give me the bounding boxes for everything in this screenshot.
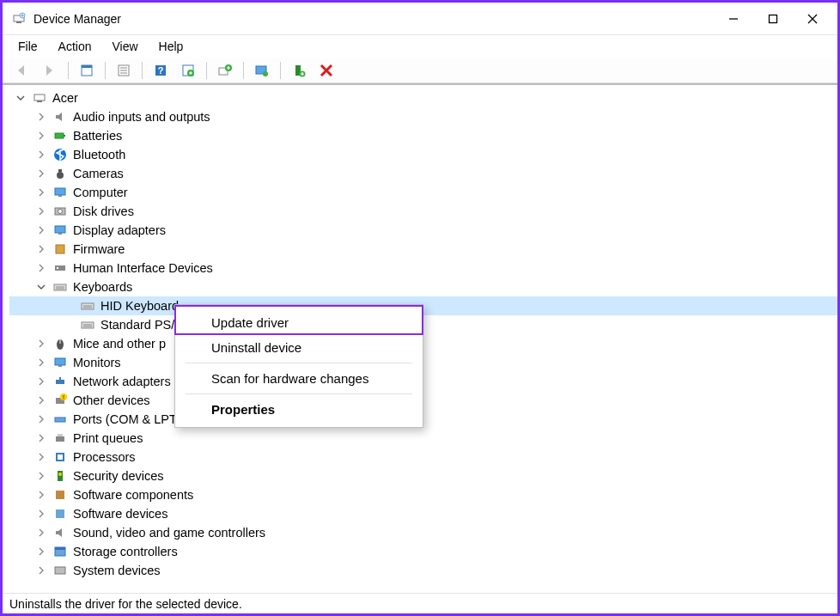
- expand-icon[interactable]: [35, 564, 47, 576]
- tree-node[interactable]: Batteries: [9, 126, 837, 145]
- tree-node[interactable]: Security devices: [9, 467, 837, 485]
- statusbar: Uninstalls the driver for the selected d…: [3, 593, 837, 613]
- tree-node[interactable]: Disk drives: [9, 202, 837, 221]
- expand-icon[interactable]: [35, 489, 47, 501]
- expand-icon[interactable]: [35, 243, 47, 255]
- uninstall-device-button[interactable]: [315, 60, 338, 81]
- tree-node-label: Security devices: [73, 469, 164, 483]
- svg-point-18: [263, 71, 268, 76]
- expand-icon[interactable]: [35, 130, 47, 142]
- menubar: File Action View Help: [3, 35, 837, 58]
- menu-view[interactable]: View: [103, 38, 146, 55]
- expand-icon[interactable]: [35, 168, 47, 180]
- menu-file[interactable]: File: [9, 38, 46, 55]
- close-button[interactable]: [793, 5, 832, 33]
- tree-node-label: Bluetooth: [73, 148, 125, 162]
- tree-node-label: Batteries: [73, 129, 122, 143]
- help-button[interactable]: ?: [149, 60, 172, 81]
- tree-node-label: Storage controllers: [73, 545, 178, 558]
- expand-icon[interactable]: [35, 413, 47, 425]
- expand-icon[interactable]: [35, 546, 47, 558]
- svg-rect-66: [55, 567, 65, 574]
- svg-rect-48: [55, 358, 65, 365]
- context-menu-item[interactable]: Uninstall device: [179, 335, 419, 360]
- show-hide-tree-button[interactable]: [76, 60, 98, 81]
- svg-rect-49: [58, 365, 62, 367]
- tree-node[interactable]: Firmware: [9, 240, 837, 259]
- add-legacy-hardware-button[interactable]: [288, 60, 310, 81]
- scan-hardware-button[interactable]: [251, 60, 273, 81]
- collapse-icon[interactable]: [15, 92, 27, 104]
- tree-node[interactable]: Display adapters: [9, 221, 837, 240]
- expand-icon[interactable]: [35, 470, 47, 482]
- expand-icon[interactable]: [35, 394, 47, 406]
- network-icon: [52, 374, 68, 389]
- tree-node[interactable]: Print queues: [9, 429, 837, 448]
- expand-icon[interactable]: [35, 357, 47, 369]
- tree-node[interactable]: Computer: [9, 183, 837, 202]
- expand-icon[interactable]: [35, 527, 47, 539]
- tree-node[interactable]: Sound, video and game controllers: [9, 523, 837, 542]
- tree-node-label: Processors: [73, 450, 136, 464]
- minimize-button[interactable]: [714, 5, 753, 33]
- collapse-icon[interactable]: [35, 281, 47, 293]
- menu-help[interactable]: Help: [150, 38, 192, 55]
- svg-rect-21: [34, 95, 45, 101]
- maximize-button[interactable]: [753, 5, 793, 33]
- properties-button[interactable]: [113, 60, 135, 81]
- tree-node[interactable]: Ports (COM & LPT): [9, 410, 837, 429]
- tree-node[interactable]: Acer: [9, 88, 837, 107]
- svg-rect-50: [56, 380, 64, 384]
- tree-node[interactable]: Monitors: [9, 353, 837, 372]
- menu-action[interactable]: Action: [50, 38, 100, 55]
- port-icon: [52, 412, 68, 427]
- camera-icon: [52, 166, 68, 181]
- expand-icon[interactable]: [35, 111, 47, 123]
- tree-node[interactable]: !Other devices: [9, 391, 837, 410]
- toolbar: ?: [3, 58, 837, 83]
- action-button[interactable]: [177, 60, 199, 81]
- back-button[interactable]: [11, 60, 33, 81]
- tree-node[interactable]: Audio inputs and outputs: [9, 107, 837, 126]
- svg-rect-28: [55, 188, 65, 195]
- svg-rect-59: [58, 454, 63, 460]
- update-driver-button[interactable]: [214, 60, 236, 81]
- tree-node[interactable]: Mice and other p: [9, 334, 837, 353]
- tree-node-label: Software components: [73, 488, 193, 502]
- storage-icon: [52, 544, 68, 559]
- expand-icon[interactable]: [35, 432, 47, 444]
- tree-node-label: Human Interface Devices: [73, 261, 213, 275]
- mouse-icon: [52, 336, 68, 351]
- tree-node[interactable]: Human Interface Devices: [9, 259, 837, 278]
- tree-node[interactable]: Processors: [9, 448, 837, 467]
- expand-icon[interactable]: [35, 224, 47, 236]
- expand-icon[interactable]: [35, 262, 47, 274]
- tree-node[interactable]: Network adapters: [9, 372, 837, 391]
- expand-icon[interactable]: [35, 205, 47, 217]
- tree-node[interactable]: Standard PS/2: [9, 315, 837, 334]
- expand-icon[interactable]: [35, 508, 47, 520]
- tree-node[interactable]: Storage controllers: [9, 542, 837, 561]
- tree-node[interactable]: Keyboards: [9, 278, 837, 296]
- expand-icon[interactable]: [35, 186, 47, 198]
- expand-icon[interactable]: [35, 149, 47, 161]
- tree-node[interactable]: Software components: [9, 485, 837, 504]
- tree-node-label: Other devices: [73, 393, 149, 407]
- tree-node[interactable]: System devices: [9, 561, 837, 580]
- tree-node[interactable]: Software devices: [9, 504, 837, 523]
- tree-node[interactable]: Cameras: [9, 164, 837, 183]
- tree-node[interactable]: HID Keyboard: [9, 296, 837, 315]
- tree-node-label: Monitors: [73, 356, 121, 369]
- context-menu-item[interactable]: Properties: [179, 397, 419, 422]
- content-area: AcerAudio inputs and outputsBatteriesBlu…: [3, 83, 837, 593]
- forward-button[interactable]: [39, 60, 61, 81]
- expand-icon[interactable]: [35, 375, 47, 387]
- keyboard-icon: [80, 317, 95, 332]
- expand-icon[interactable]: [35, 338, 47, 350]
- expand-icon[interactable]: [35, 451, 47, 463]
- tree-node[interactable]: Bluetooth: [9, 145, 837, 164]
- window-title: Device Manager: [33, 12, 121, 26]
- context-menu-item[interactable]: Scan for hardware changes: [179, 366, 419, 391]
- context-menu-item[interactable]: Update driver: [179, 310, 419, 335]
- display-adapter-icon: [52, 223, 68, 238]
